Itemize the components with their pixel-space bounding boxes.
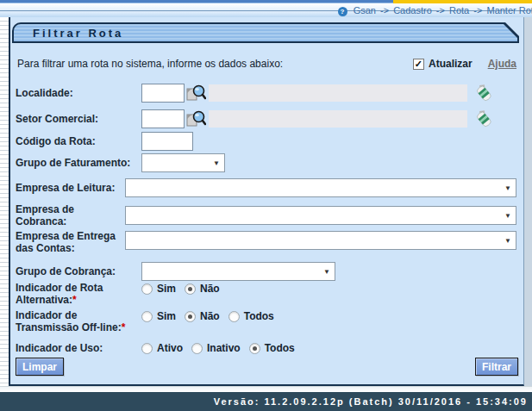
footer-spacer [0,386,532,392]
row-empresa-cobranca: Empresa de Cobranca: ▼ [10,202,523,228]
localidade-code-input[interactable] [141,84,185,103]
atualizar-checkbox-wrap[interactable]: ✓ Atualizar [413,58,473,70]
breadcrumb-link-manter-rota[interactable]: Manter Rota [486,5,532,16]
version-bar: Versão: 11.2.09.2.12p (Batch) 30/11/2016… [0,392,532,411]
limpar-button[interactable]: Limpar [16,358,64,376]
localidade-label: Localidade: [16,87,141,99]
magnifier-icon [185,84,206,103]
chevron-down-icon: ▼ [504,212,511,220]
localidade-clear-button[interactable] [474,84,493,103]
panel-header: Filtrar Rota [12,22,519,43]
transmissao-option-todos[interactable]: Todos [228,310,274,322]
breadcrumb-separator: -> [472,5,484,16]
setor-comercial-clear-button[interactable] [474,109,493,128]
chevron-down-icon: ▼ [213,159,220,167]
required-asterisk: * [72,294,77,306]
indicador-transmissao-offline-label: Indicador de Transmissão Off-line:* [16,309,141,333]
setor-comercial-search-button[interactable] [185,109,207,128]
buttons-row: Limpar Filtrar [10,358,523,377]
setor-comercial-label: Setor Comercial: [16,113,141,125]
row-empresa-leitura: Empresa de Leitura: ▼ [10,175,523,201]
empresa-entrega-label: Empresa de Entrega das Contas: [16,230,125,254]
version-text: Versão: 11.2.09.2.12p (Batch) 30/11/2016… [214,396,528,407]
setor-comercial-code-input[interactable] [141,109,185,128]
radio-icon[interactable] [141,283,153,295]
atualizar-checkbox[interactable]: ✓ [413,59,424,70]
intro-row: Para filtrar uma rota no sistema, inform… [10,55,523,72]
radio-icon[interactable] [185,311,196,322]
help-badge-icon[interactable]: ? [338,7,347,16]
uso-option-todos[interactable]: Todos [249,342,295,354]
breadcrumb-separator: -> [379,5,391,16]
breadcrumb-separator: -> [435,5,447,16]
row-empresa-entrega: Empresa de Entrega das Contas: ▼ [10,230,523,259]
breadcrumb-link-rota[interactable]: Rota [449,5,469,16]
radio-icon[interactable] [141,311,153,322]
setor-comercial-description-field [209,110,467,128]
radio-icon[interactable] [141,343,153,354]
row-codigo-rota: Código da Rota: [10,131,523,152]
left-decorative-rail [0,17,9,386]
checkmark-icon: ✓ [415,59,422,69]
empresa-leitura-select[interactable]: ▼ [125,178,516,197]
grupo-faturamento-label: Grupo de Faturamento: [16,157,141,169]
ajuda-link[interactable]: Ajuda [488,58,516,70]
grupo-faturamento-select[interactable]: ▼ [141,153,225,172]
chevron-down-icon: ▼ [504,237,511,245]
row-grupo-faturamento: Grupo de Faturamento: ▼ [10,153,523,172]
row-localidade: Localidade: [10,83,523,103]
uso-option-inativo[interactable]: Inativo [191,342,241,354]
empresa-cobranca-select[interactable]: ▼ [125,206,516,225]
breadcrumb: ? Gsan -> Cadastro -> Rota -> Manter Rot… [338,5,532,16]
row-indicador-uso: Indicador de Uso: Ativo Inativo Todos [10,339,523,358]
radio-icon[interactable] [185,283,196,295]
indicador-rota-alternativa-label: Indicador de Rota Alternativa:* [16,282,141,306]
page-title: Filtrar Rota [33,27,123,40]
rota-alternativa-option-sim[interactable]: Sim [141,283,176,295]
chevron-down-icon: ▼ [504,184,511,192]
required-asterisk: * [122,321,126,333]
filtrar-button[interactable]: Filtrar [475,358,518,376]
radio-icon[interactable] [249,343,260,354]
grupo-cobranca-select[interactable]: ▼ [141,262,335,281]
empresa-leitura-label: Empresa de Leitura: [16,182,125,194]
eraser-icon [474,109,493,128]
transmissao-option-nao[interactable]: Não [185,310,220,322]
empresa-cobranca-label: Empresa de Cobranca: [16,203,125,227]
empresa-entrega-select[interactable]: ▼ [125,231,516,250]
breadcrumb-link-cadastro[interactable]: Cadastro [393,5,432,16]
row-setor-comercial: Setor Comercial: [10,109,523,129]
indicador-uso-label: Indicador de Uso: [16,342,141,354]
transmissao-option-sim[interactable]: Sim [141,310,176,322]
main-area: Filtrar Rota Para filtrar uma rota no si… [0,17,532,386]
radio-icon[interactable] [228,311,240,322]
right-decorative-rail [524,17,532,386]
breadcrumb-bar: ? Gsan -> Cadastro -> Rota -> Manter Rot… [0,3,532,17]
filter-panel: Filtrar Rota Para filtrar uma rota no si… [9,17,524,386]
breadcrumb-link-gsan[interactable]: Gsan [354,5,376,16]
atualizar-label: Atualizar [429,58,473,70]
intro-text: Para filtrar uma rota no sistema, inform… [17,58,283,70]
uso-option-ativo[interactable]: Ativo [141,342,183,354]
row-indicador-rota-alternativa: Indicador de Rota Alternativa:* Sim Não [10,282,523,309]
magnifier-icon [185,109,206,128]
grupo-cobranca-label: Grupo de Cobrança: [16,265,141,277]
codigo-rota-input[interactable] [141,132,193,151]
rota-alternativa-option-nao[interactable]: Não [185,283,220,295]
localidade-description-field [209,84,467,102]
row-grupo-cobranca: Grupo de Cobrança: ▼ [10,261,523,282]
chevron-down-icon: ▼ [323,268,330,276]
header-corner-cut-fill [505,22,519,36]
codigo-rota-label: Código da Rota: [16,135,141,147]
transmissao-offline-radio-group: Sim Não Todos [141,310,274,322]
row-indicador-transmissao-offline: Indicador de Transmissão Off-line:* Sim … [10,309,523,339]
indicador-uso-radio-group: Ativo Inativo Todos [141,342,295,354]
eraser-icon [474,84,493,103]
radio-icon[interactable] [191,343,203,354]
localidade-search-button[interactable] [185,84,207,103]
rota-alternativa-radio-group: Sim Não [141,283,220,295]
